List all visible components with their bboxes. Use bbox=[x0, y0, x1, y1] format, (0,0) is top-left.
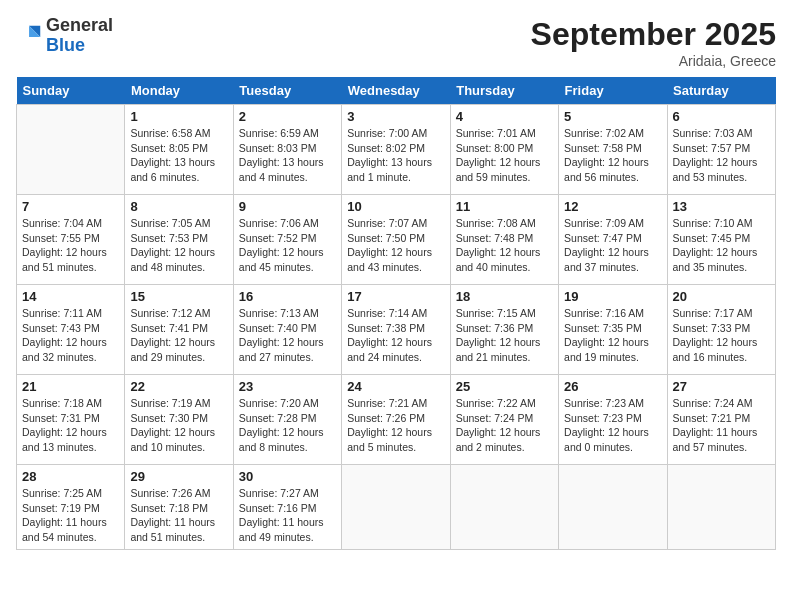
logo-icon bbox=[16, 22, 44, 50]
day-number: 6 bbox=[673, 109, 770, 124]
day-number: 22 bbox=[130, 379, 227, 394]
calendar-cell bbox=[342, 465, 450, 550]
day-number: 1 bbox=[130, 109, 227, 124]
calendar-cell: 21Sunrise: 7:18 AM Sunset: 7:31 PM Dayli… bbox=[17, 375, 125, 465]
day-info: Sunrise: 7:21 AM Sunset: 7:26 PM Dayligh… bbox=[347, 396, 444, 455]
day-info: Sunrise: 7:07 AM Sunset: 7:50 PM Dayligh… bbox=[347, 216, 444, 275]
day-number: 20 bbox=[673, 289, 770, 304]
day-number: 12 bbox=[564, 199, 661, 214]
day-number: 4 bbox=[456, 109, 553, 124]
day-info: Sunrise: 7:02 AM Sunset: 7:58 PM Dayligh… bbox=[564, 126, 661, 185]
day-header-saturday: Saturday bbox=[667, 77, 775, 105]
day-number: 2 bbox=[239, 109, 336, 124]
day-info: Sunrise: 7:01 AM Sunset: 8:00 PM Dayligh… bbox=[456, 126, 553, 185]
calendar-week-3: 14Sunrise: 7:11 AM Sunset: 7:43 PM Dayli… bbox=[17, 285, 776, 375]
day-info: Sunrise: 7:20 AM Sunset: 7:28 PM Dayligh… bbox=[239, 396, 336, 455]
calendar-cell: 10Sunrise: 7:07 AM Sunset: 7:50 PM Dayli… bbox=[342, 195, 450, 285]
day-info: Sunrise: 7:17 AM Sunset: 7:33 PM Dayligh… bbox=[673, 306, 770, 365]
calendar-cell: 17Sunrise: 7:14 AM Sunset: 7:38 PM Dayli… bbox=[342, 285, 450, 375]
day-number: 28 bbox=[22, 469, 119, 484]
calendar-cell: 28Sunrise: 7:25 AM Sunset: 7:19 PM Dayli… bbox=[17, 465, 125, 550]
day-info: Sunrise: 7:18 AM Sunset: 7:31 PM Dayligh… bbox=[22, 396, 119, 455]
title-block: September 2025 Aridaia, Greece bbox=[531, 16, 776, 69]
calendar-cell: 8Sunrise: 7:05 AM Sunset: 7:53 PM Daylig… bbox=[125, 195, 233, 285]
calendar-cell: 16Sunrise: 7:13 AM Sunset: 7:40 PM Dayli… bbox=[233, 285, 341, 375]
calendar-cell: 26Sunrise: 7:23 AM Sunset: 7:23 PM Dayli… bbox=[559, 375, 667, 465]
day-header-tuesday: Tuesday bbox=[233, 77, 341, 105]
calendar-cell: 2Sunrise: 6:59 AM Sunset: 8:03 PM Daylig… bbox=[233, 105, 341, 195]
calendar-table: SundayMondayTuesdayWednesdayThursdayFrid… bbox=[16, 77, 776, 550]
day-number: 24 bbox=[347, 379, 444, 394]
day-number: 19 bbox=[564, 289, 661, 304]
day-info: Sunrise: 7:14 AM Sunset: 7:38 PM Dayligh… bbox=[347, 306, 444, 365]
day-number: 16 bbox=[239, 289, 336, 304]
day-info: Sunrise: 7:05 AM Sunset: 7:53 PM Dayligh… bbox=[130, 216, 227, 275]
page-header: General Blue September 2025 Aridaia, Gre… bbox=[16, 16, 776, 69]
calendar-week-4: 21Sunrise: 7:18 AM Sunset: 7:31 PM Dayli… bbox=[17, 375, 776, 465]
day-number: 9 bbox=[239, 199, 336, 214]
day-number: 8 bbox=[130, 199, 227, 214]
calendar-cell: 1Sunrise: 6:58 AM Sunset: 8:05 PM Daylig… bbox=[125, 105, 233, 195]
month-title: September 2025 bbox=[531, 16, 776, 53]
day-info: Sunrise: 7:16 AM Sunset: 7:35 PM Dayligh… bbox=[564, 306, 661, 365]
day-info: Sunrise: 7:08 AM Sunset: 7:48 PM Dayligh… bbox=[456, 216, 553, 275]
day-number: 15 bbox=[130, 289, 227, 304]
calendar-cell: 9Sunrise: 7:06 AM Sunset: 7:52 PM Daylig… bbox=[233, 195, 341, 285]
calendar-cell bbox=[17, 105, 125, 195]
day-header-sunday: Sunday bbox=[17, 77, 125, 105]
calendar-cell: 22Sunrise: 7:19 AM Sunset: 7:30 PM Dayli… bbox=[125, 375, 233, 465]
day-info: Sunrise: 7:09 AM Sunset: 7:47 PM Dayligh… bbox=[564, 216, 661, 275]
calendar-cell bbox=[450, 465, 558, 550]
day-number: 18 bbox=[456, 289, 553, 304]
day-info: Sunrise: 7:00 AM Sunset: 8:02 PM Dayligh… bbox=[347, 126, 444, 185]
calendar-cell: 18Sunrise: 7:15 AM Sunset: 7:36 PM Dayli… bbox=[450, 285, 558, 375]
calendar-cell bbox=[667, 465, 775, 550]
calendar-cell: 11Sunrise: 7:08 AM Sunset: 7:48 PM Dayli… bbox=[450, 195, 558, 285]
day-info: Sunrise: 6:59 AM Sunset: 8:03 PM Dayligh… bbox=[239, 126, 336, 185]
calendar-cell: 13Sunrise: 7:10 AM Sunset: 7:45 PM Dayli… bbox=[667, 195, 775, 285]
day-number: 26 bbox=[564, 379, 661, 394]
day-info: Sunrise: 7:06 AM Sunset: 7:52 PM Dayligh… bbox=[239, 216, 336, 275]
calendar-cell: 27Sunrise: 7:24 AM Sunset: 7:21 PM Dayli… bbox=[667, 375, 775, 465]
calendar-week-2: 7Sunrise: 7:04 AM Sunset: 7:55 PM Daylig… bbox=[17, 195, 776, 285]
calendar-week-1: 1Sunrise: 6:58 AM Sunset: 8:05 PM Daylig… bbox=[17, 105, 776, 195]
day-info: Sunrise: 7:13 AM Sunset: 7:40 PM Dayligh… bbox=[239, 306, 336, 365]
day-info: Sunrise: 7:19 AM Sunset: 7:30 PM Dayligh… bbox=[130, 396, 227, 455]
calendar-cell: 15Sunrise: 7:12 AM Sunset: 7:41 PM Dayli… bbox=[125, 285, 233, 375]
day-info: Sunrise: 7:23 AM Sunset: 7:23 PM Dayligh… bbox=[564, 396, 661, 455]
calendar-cell bbox=[559, 465, 667, 550]
day-number: 5 bbox=[564, 109, 661, 124]
day-number: 10 bbox=[347, 199, 444, 214]
day-info: Sunrise: 6:58 AM Sunset: 8:05 PM Dayligh… bbox=[130, 126, 227, 185]
calendar-cell: 6Sunrise: 7:03 AM Sunset: 7:57 PM Daylig… bbox=[667, 105, 775, 195]
day-number: 27 bbox=[673, 379, 770, 394]
logo: General Blue bbox=[16, 16, 113, 56]
calendar-cell: 29Sunrise: 7:26 AM Sunset: 7:18 PM Dayli… bbox=[125, 465, 233, 550]
day-header-wednesday: Wednesday bbox=[342, 77, 450, 105]
calendar-week-5: 28Sunrise: 7:25 AM Sunset: 7:19 PM Dayli… bbox=[17, 465, 776, 550]
calendar-cell: 14Sunrise: 7:11 AM Sunset: 7:43 PM Dayli… bbox=[17, 285, 125, 375]
calendar-cell: 4Sunrise: 7:01 AM Sunset: 8:00 PM Daylig… bbox=[450, 105, 558, 195]
calendar-cell: 20Sunrise: 7:17 AM Sunset: 7:33 PM Dayli… bbox=[667, 285, 775, 375]
day-number: 14 bbox=[22, 289, 119, 304]
calendar-cell: 19Sunrise: 7:16 AM Sunset: 7:35 PM Dayli… bbox=[559, 285, 667, 375]
calendar-cell: 12Sunrise: 7:09 AM Sunset: 7:47 PM Dayli… bbox=[559, 195, 667, 285]
day-info: Sunrise: 7:26 AM Sunset: 7:18 PM Dayligh… bbox=[130, 486, 227, 545]
calendar-cell: 24Sunrise: 7:21 AM Sunset: 7:26 PM Dayli… bbox=[342, 375, 450, 465]
day-number: 11 bbox=[456, 199, 553, 214]
day-number: 13 bbox=[673, 199, 770, 214]
calendar-cell: 30Sunrise: 7:27 AM Sunset: 7:16 PM Dayli… bbox=[233, 465, 341, 550]
day-info: Sunrise: 7:24 AM Sunset: 7:21 PM Dayligh… bbox=[673, 396, 770, 455]
day-info: Sunrise: 7:03 AM Sunset: 7:57 PM Dayligh… bbox=[673, 126, 770, 185]
day-number: 17 bbox=[347, 289, 444, 304]
day-info: Sunrise: 7:15 AM Sunset: 7:36 PM Dayligh… bbox=[456, 306, 553, 365]
day-info: Sunrise: 7:10 AM Sunset: 7:45 PM Dayligh… bbox=[673, 216, 770, 275]
calendar-cell: 7Sunrise: 7:04 AM Sunset: 7:55 PM Daylig… bbox=[17, 195, 125, 285]
day-number: 29 bbox=[130, 469, 227, 484]
day-number: 30 bbox=[239, 469, 336, 484]
logo-blue-text: Blue bbox=[46, 35, 85, 55]
day-info: Sunrise: 7:12 AM Sunset: 7:41 PM Dayligh… bbox=[130, 306, 227, 365]
calendar-cell: 23Sunrise: 7:20 AM Sunset: 7:28 PM Dayli… bbox=[233, 375, 341, 465]
day-info: Sunrise: 7:22 AM Sunset: 7:24 PM Dayligh… bbox=[456, 396, 553, 455]
day-header-friday: Friday bbox=[559, 77, 667, 105]
